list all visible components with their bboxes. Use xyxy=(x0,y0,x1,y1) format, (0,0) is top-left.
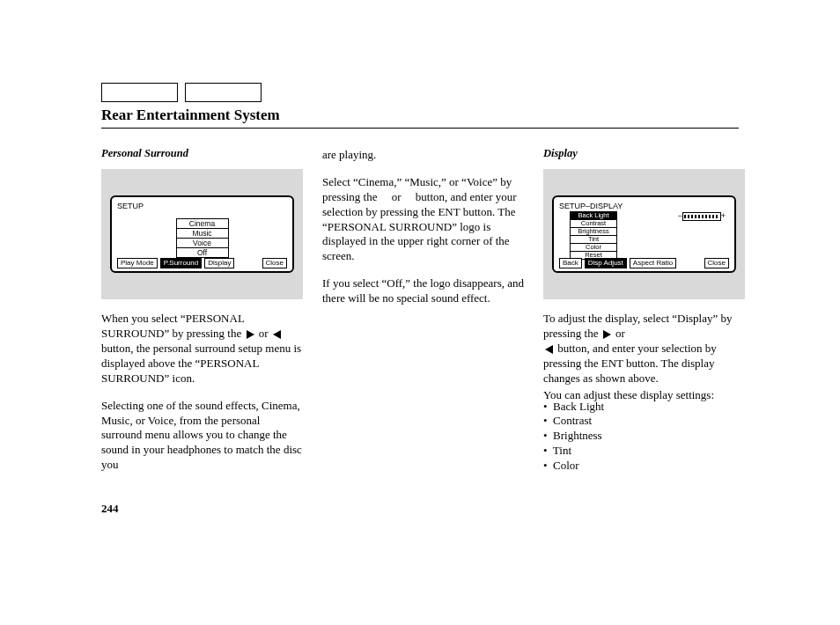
tab-play-mode: Play Mode xyxy=(117,258,158,268)
right-arrow-icon xyxy=(603,330,611,339)
screen-tabs: Play Mode P.Surround Display Close xyxy=(117,258,287,268)
tab-p-surround: P.Surround xyxy=(160,258,202,268)
column-3: Display SETUP–DISPLAY Back Light Contras… xyxy=(543,146,745,485)
slider-control: − + xyxy=(677,211,726,222)
paragraph: Select “Cinema,” “Music,” or “Voice” by … xyxy=(322,175,524,264)
paragraph: When you select “PERSONAL SURROUND” by p… xyxy=(101,312,303,386)
plus-icon: + xyxy=(721,211,726,222)
tab-close: Close xyxy=(262,258,287,268)
text: or xyxy=(615,327,625,340)
top-placeholder-boxes xyxy=(101,83,262,102)
setup-display-screen: SETUP–DISPLAY Back Light Contrast Bright… xyxy=(552,195,736,273)
placeholder-box xyxy=(101,83,178,102)
manual-page: Rear Entertainment System Personal Surro… xyxy=(0,0,840,625)
setup-screen: SETUP Cinema Music Voice Off Play Mode P… xyxy=(110,195,294,273)
column-2: are playing. Select “Cinema,” “Music,” o… xyxy=(322,146,524,485)
tab-back: Back xyxy=(559,258,582,268)
section-heading-personal-surround: Personal Surround xyxy=(101,146,303,160)
screen-figure-personal-surround: SETUP Cinema Music Voice Off Play Mode P… xyxy=(101,169,303,299)
page-title: Rear Entertainment System xyxy=(101,106,739,129)
left-arrow-icon xyxy=(545,345,553,354)
list-item: Brightness xyxy=(543,429,745,444)
text: When you select “PERSONAL SURROUND” by p… xyxy=(101,312,244,340)
paragraph: If you select “Off,” the logo disappears… xyxy=(322,276,524,306)
paragraph: are playing. xyxy=(322,148,524,163)
slider-track xyxy=(682,212,721,221)
text: or xyxy=(259,327,269,340)
tab-display: Display xyxy=(204,258,234,268)
list-item: Tint xyxy=(543,444,745,459)
screen-tabs: Back Disp Adjust Aspect Ratio Close xyxy=(559,258,729,268)
placeholder-box xyxy=(185,83,262,102)
list-item: Color xyxy=(543,459,745,474)
list-item: Contrast xyxy=(543,414,745,429)
paragraph: To adjust the display, select “Display” … xyxy=(543,312,745,386)
left-arrow-icon xyxy=(273,330,281,339)
tab-aspect-ratio: Aspect Ratio xyxy=(630,258,676,268)
display-list: Back Light Contrast Brightness Tint Colo… xyxy=(570,211,617,259)
text: button, the personal surround setup menu… xyxy=(101,342,301,385)
surround-menu: Cinema Music Voice Off xyxy=(176,218,229,257)
column-1: Personal Surround SETUP Cinema Music Voi… xyxy=(101,146,303,485)
paragraph: Selecting one of the sound effects, Cine… xyxy=(101,399,303,473)
text: button, and enter your selection by pres… xyxy=(543,342,717,385)
screen-title: SETUP–DISPLAY xyxy=(559,202,623,210)
right-arrow-icon xyxy=(247,330,254,339)
screen-title: SETUP xyxy=(117,202,144,210)
tab-disp-adjust: Disp Adjust xyxy=(585,258,627,268)
page-number: 244 xyxy=(101,502,119,517)
screen-figure-display: SETUP–DISPLAY Back Light Contrast Bright… xyxy=(543,169,745,299)
section-heading-display: Display xyxy=(543,146,745,160)
tab-close: Close xyxy=(704,258,729,268)
text: To adjust the display, select “Display” … xyxy=(543,312,733,340)
menu-item: Off xyxy=(176,247,229,258)
settings-list: Back Light Contrast Brightness Tint Colo… xyxy=(543,400,745,474)
